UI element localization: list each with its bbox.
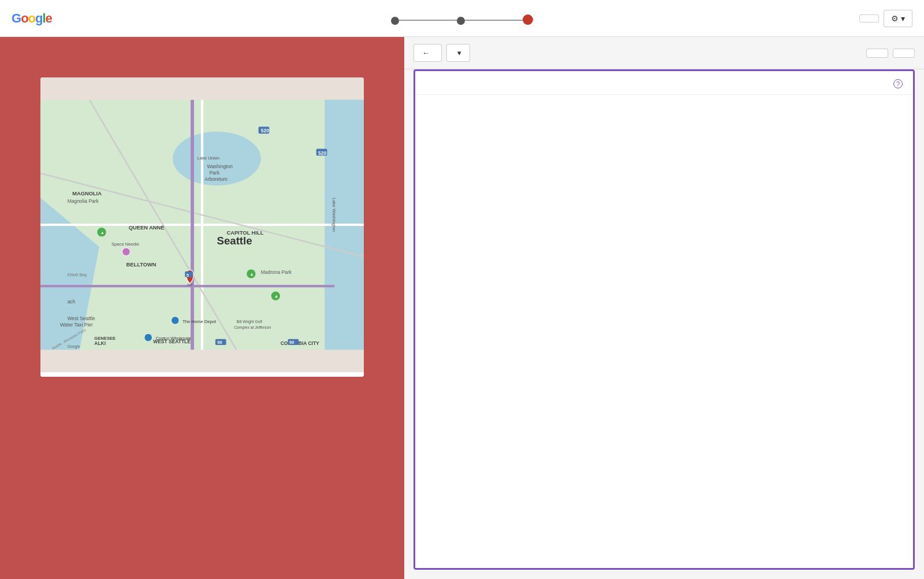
step-view-html [523, 12, 533, 25]
right-toolbar: ← ▾ [404, 37, 924, 69]
code-panel-header: ? [415, 71, 913, 95]
svg-text:West Seattle: West Seattle [68, 316, 95, 321]
svg-point-31 [122, 248, 131, 256]
step-view-html-dot [523, 14, 533, 25]
finish-button[interactable] [893, 49, 915, 58]
map-svg: MAGNOLIA Magnolia Park QUEEN ANNE BELLTO… [40, 77, 364, 372]
svg-text:Magnolia Park: Magnolia Park [68, 198, 99, 204]
svg-text:520: 520 [261, 128, 269, 133]
svg-text:Madrona Park: Madrona Park [261, 269, 292, 275]
download-button[interactable] [866, 49, 888, 58]
svg-text:BELLTOWN: BELLTOWN [126, 262, 156, 268]
svg-text:Costco Wholesale: Costco Wholesale [155, 336, 191, 341]
header-actions: ⚙ ▾ [859, 10, 912, 27]
right-panel: ← ▾ ? [404, 37, 924, 579]
step-tag-data-dot [457, 17, 465, 25]
svg-text:90: 90 [217, 340, 222, 345]
svg-text:CAPITOL HILL: CAPITOL HILL [226, 230, 263, 236]
google-logo: Google [12, 11, 52, 26]
svg-text:Lake Union: Lake Union [198, 155, 220, 161]
logo-area: Google [12, 11, 58, 26]
svg-text:Bill Wright Golf: Bill Wright Golf [236, 320, 262, 324]
svg-text:Park: Park [210, 170, 220, 176]
left-content: MAGNOLIA Magnolia Park QUEEN ANNE BELLTO… [0, 37, 404, 388]
svg-text:ach: ach [68, 299, 76, 305]
svg-text:GENESEE: GENESEE [94, 336, 116, 341]
svg-point-29 [144, 333, 152, 342]
svg-text:Seattle: Seattle [217, 235, 252, 247]
svg-text:▲: ▲ [274, 294, 279, 299]
svg-text:MAGNOLIA: MAGNOLIA [72, 191, 102, 196]
left-panel: MAGNOLIA Magnolia Park QUEEN ANNE BELLTO… [0, 37, 404, 579]
code-area[interactable] [415, 95, 913, 568]
svg-text:520: 520 [318, 150, 326, 156]
svg-text:Arboretum: Arboretum [204, 176, 228, 182]
arrow-left-icon: ← [422, 49, 430, 57]
step-connector-1 [399, 20, 457, 21]
main-layout: MAGNOLIA Magnolia Park QUEEN ANNE BELLTO… [0, 37, 924, 579]
svg-text:5: 5 [187, 273, 189, 278]
svg-text:Google: Google [68, 344, 80, 349]
steps-area [391, 12, 533, 25]
dropdown-arrow-icon: ▾ [457, 49, 461, 57]
svg-text:Lake Washington: Lake Washington [331, 198, 337, 232]
step-enter-page-dot [391, 17, 399, 25]
svg-text:▲: ▲ [249, 272, 254, 277]
svg-text:▲: ▲ [100, 230, 105, 235]
back-to-tagging-button[interactable]: ← [413, 44, 442, 62]
svg-text:90: 90 [289, 340, 294, 345]
step-tag-data [457, 14, 465, 25]
map-image: MAGNOLIA Magnolia Park QUEEN ANNE BELLTO… [40, 77, 364, 372]
settings-dropdown-arrow: ▾ [901, 14, 905, 23]
svg-text:QUEEN ANNE: QUEEN ANNE [129, 225, 165, 231]
svg-text:Washington: Washington [207, 164, 233, 169]
svg-text:Water Taxi Pier: Water Taxi Pier [60, 322, 93, 328]
header: Google ⚙ ▾ [0, 0, 924, 37]
steps-wrapper [391, 12, 533, 25]
step-connector-2 [465, 20, 523, 21]
settings-button[interactable]: ⚙ ▾ [884, 10, 912, 27]
map-container: MAGNOLIA Magnolia Park QUEEN ANNE BELLTO… [40, 77, 364, 377]
format-selector-button[interactable]: ▾ [446, 44, 470, 62]
svg-text:Space Needle: Space Needle [111, 242, 139, 247]
svg-text:The Home Depot: The Home Depot [182, 319, 217, 324]
svg-text:COLUMBIA CITY: COLUMBIA CITY [281, 340, 319, 346]
help-circle-icon: ? [893, 79, 903, 88]
local-businesses-link[interactable]: ? [891, 79, 903, 88]
step-enter-page [391, 14, 399, 25]
svg-point-27 [172, 317, 180, 325]
map-footer [40, 372, 364, 377]
right-panel-inner: ? [404, 69, 924, 579]
code-panel: ? [413, 69, 915, 570]
code-panel-title-row: ? [426, 79, 903, 88]
svg-text:Complex at Jefferson: Complex at Jefferson [234, 325, 271, 330]
gear-icon: ⚙ [891, 14, 899, 23]
svg-text:Elliott Bay: Elliott Bay [68, 272, 87, 277]
help-button[interactable] [859, 14, 879, 23]
